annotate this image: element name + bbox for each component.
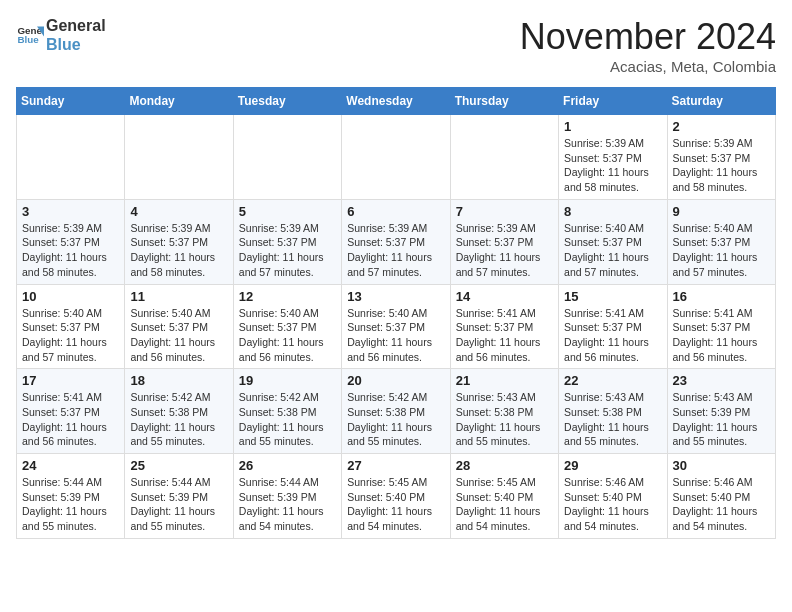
calendar-cell: 22Sunrise: 5:43 AM Sunset: 5:38 PM Dayli… [559, 369, 667, 454]
day-number: 24 [22, 458, 119, 473]
logo-general: General [46, 16, 106, 35]
calendar-cell: 1Sunrise: 5:39 AM Sunset: 5:37 PM Daylig… [559, 115, 667, 200]
day-info: Sunrise: 5:40 AM Sunset: 5:37 PM Dayligh… [347, 306, 444, 365]
weekday-header: Wednesday [342, 88, 450, 115]
calendar-cell [342, 115, 450, 200]
calendar-cell: 11Sunrise: 5:40 AM Sunset: 5:37 PM Dayli… [125, 284, 233, 369]
day-number: 8 [564, 204, 661, 219]
day-number: 18 [130, 373, 227, 388]
calendar-week-row: 10Sunrise: 5:40 AM Sunset: 5:37 PM Dayli… [17, 284, 776, 369]
calendar-cell: 5Sunrise: 5:39 AM Sunset: 5:37 PM Daylig… [233, 199, 341, 284]
weekday-header: Tuesday [233, 88, 341, 115]
day-number: 19 [239, 373, 336, 388]
weekday-header: Monday [125, 88, 233, 115]
day-number: 22 [564, 373, 661, 388]
calendar-cell: 25Sunrise: 5:44 AM Sunset: 5:39 PM Dayli… [125, 454, 233, 539]
day-info: Sunrise: 5:41 AM Sunset: 5:37 PM Dayligh… [22, 390, 119, 449]
calendar-cell: 24Sunrise: 5:44 AM Sunset: 5:39 PM Dayli… [17, 454, 125, 539]
calendar-cell: 14Sunrise: 5:41 AM Sunset: 5:37 PM Dayli… [450, 284, 558, 369]
day-info: Sunrise: 5:44 AM Sunset: 5:39 PM Dayligh… [239, 475, 336, 534]
weekday-header: Friday [559, 88, 667, 115]
calendar-cell [450, 115, 558, 200]
location: Acacias, Meta, Colombia [520, 58, 776, 75]
weekday-header: Thursday [450, 88, 558, 115]
calendar-week-row: 24Sunrise: 5:44 AM Sunset: 5:39 PM Dayli… [17, 454, 776, 539]
day-number: 17 [22, 373, 119, 388]
calendar-week-row: 3Sunrise: 5:39 AM Sunset: 5:37 PM Daylig… [17, 199, 776, 284]
day-info: Sunrise: 5:45 AM Sunset: 5:40 PM Dayligh… [456, 475, 553, 534]
calendar-cell: 8Sunrise: 5:40 AM Sunset: 5:37 PM Daylig… [559, 199, 667, 284]
logo: General Blue General Blue [16, 16, 106, 54]
calendar-cell: 18Sunrise: 5:42 AM Sunset: 5:38 PM Dayli… [125, 369, 233, 454]
day-info: Sunrise: 5:39 AM Sunset: 5:37 PM Dayligh… [130, 221, 227, 280]
day-number: 9 [673, 204, 770, 219]
day-number: 10 [22, 289, 119, 304]
calendar-cell: 23Sunrise: 5:43 AM Sunset: 5:39 PM Dayli… [667, 369, 775, 454]
day-number: 20 [347, 373, 444, 388]
day-info: Sunrise: 5:46 AM Sunset: 5:40 PM Dayligh… [564, 475, 661, 534]
day-number: 15 [564, 289, 661, 304]
calendar-cell: 16Sunrise: 5:41 AM Sunset: 5:37 PM Dayli… [667, 284, 775, 369]
calendar-cell: 12Sunrise: 5:40 AM Sunset: 5:37 PM Dayli… [233, 284, 341, 369]
calendar-cell: 27Sunrise: 5:45 AM Sunset: 5:40 PM Dayli… [342, 454, 450, 539]
calendar-cell [125, 115, 233, 200]
day-number: 26 [239, 458, 336, 473]
page-header: General Blue General Blue November 2024 … [16, 16, 776, 75]
day-number: 7 [456, 204, 553, 219]
logo-blue: Blue [46, 35, 106, 54]
month-title: November 2024 [520, 16, 776, 58]
day-number: 3 [22, 204, 119, 219]
day-info: Sunrise: 5:39 AM Sunset: 5:37 PM Dayligh… [347, 221, 444, 280]
day-info: Sunrise: 5:39 AM Sunset: 5:37 PM Dayligh… [564, 136, 661, 195]
day-info: Sunrise: 5:43 AM Sunset: 5:38 PM Dayligh… [564, 390, 661, 449]
calendar-cell: 7Sunrise: 5:39 AM Sunset: 5:37 PM Daylig… [450, 199, 558, 284]
calendar-cell: 21Sunrise: 5:43 AM Sunset: 5:38 PM Dayli… [450, 369, 558, 454]
day-info: Sunrise: 5:40 AM Sunset: 5:37 PM Dayligh… [22, 306, 119, 365]
day-info: Sunrise: 5:42 AM Sunset: 5:38 PM Dayligh… [239, 390, 336, 449]
day-info: Sunrise: 5:44 AM Sunset: 5:39 PM Dayligh… [130, 475, 227, 534]
day-info: Sunrise: 5:39 AM Sunset: 5:37 PM Dayligh… [239, 221, 336, 280]
day-number: 28 [456, 458, 553, 473]
day-number: 16 [673, 289, 770, 304]
day-info: Sunrise: 5:41 AM Sunset: 5:37 PM Dayligh… [456, 306, 553, 365]
logo-icon: General Blue [16, 21, 44, 49]
calendar-week-row: 1Sunrise: 5:39 AM Sunset: 5:37 PM Daylig… [17, 115, 776, 200]
calendar-cell: 29Sunrise: 5:46 AM Sunset: 5:40 PM Dayli… [559, 454, 667, 539]
calendar-cell: 3Sunrise: 5:39 AM Sunset: 5:37 PM Daylig… [17, 199, 125, 284]
day-number: 12 [239, 289, 336, 304]
calendar-cell: 9Sunrise: 5:40 AM Sunset: 5:37 PM Daylig… [667, 199, 775, 284]
day-info: Sunrise: 5:43 AM Sunset: 5:39 PM Dayligh… [673, 390, 770, 449]
day-number: 5 [239, 204, 336, 219]
day-info: Sunrise: 5:41 AM Sunset: 5:37 PM Dayligh… [564, 306, 661, 365]
day-number: 25 [130, 458, 227, 473]
calendar-cell: 15Sunrise: 5:41 AM Sunset: 5:37 PM Dayli… [559, 284, 667, 369]
day-number: 14 [456, 289, 553, 304]
title-block: November 2024 Acacias, Meta, Colombia [520, 16, 776, 75]
day-info: Sunrise: 5:41 AM Sunset: 5:37 PM Dayligh… [673, 306, 770, 365]
day-number: 29 [564, 458, 661, 473]
day-number: 6 [347, 204, 444, 219]
calendar-cell: 20Sunrise: 5:42 AM Sunset: 5:38 PM Dayli… [342, 369, 450, 454]
calendar-week-row: 17Sunrise: 5:41 AM Sunset: 5:37 PM Dayli… [17, 369, 776, 454]
calendar-table: SundayMondayTuesdayWednesdayThursdayFrid… [16, 87, 776, 539]
day-number: 27 [347, 458, 444, 473]
weekday-header-row: SundayMondayTuesdayWednesdayThursdayFrid… [17, 88, 776, 115]
day-info: Sunrise: 5:39 AM Sunset: 5:37 PM Dayligh… [673, 136, 770, 195]
calendar-cell: 10Sunrise: 5:40 AM Sunset: 5:37 PM Dayli… [17, 284, 125, 369]
svg-text:Blue: Blue [17, 35, 39, 46]
calendar-cell: 19Sunrise: 5:42 AM Sunset: 5:38 PM Dayli… [233, 369, 341, 454]
day-number: 30 [673, 458, 770, 473]
day-number: 13 [347, 289, 444, 304]
calendar-cell: 4Sunrise: 5:39 AM Sunset: 5:37 PM Daylig… [125, 199, 233, 284]
calendar-cell [17, 115, 125, 200]
day-info: Sunrise: 5:44 AM Sunset: 5:39 PM Dayligh… [22, 475, 119, 534]
day-number: 11 [130, 289, 227, 304]
calendar-cell: 26Sunrise: 5:44 AM Sunset: 5:39 PM Dayli… [233, 454, 341, 539]
day-info: Sunrise: 5:40 AM Sunset: 5:37 PM Dayligh… [564, 221, 661, 280]
calendar-cell: 2Sunrise: 5:39 AM Sunset: 5:37 PM Daylig… [667, 115, 775, 200]
weekday-header: Sunday [17, 88, 125, 115]
day-info: Sunrise: 5:42 AM Sunset: 5:38 PM Dayligh… [347, 390, 444, 449]
day-info: Sunrise: 5:40 AM Sunset: 5:37 PM Dayligh… [673, 221, 770, 280]
day-number: 21 [456, 373, 553, 388]
day-info: Sunrise: 5:39 AM Sunset: 5:37 PM Dayligh… [456, 221, 553, 280]
